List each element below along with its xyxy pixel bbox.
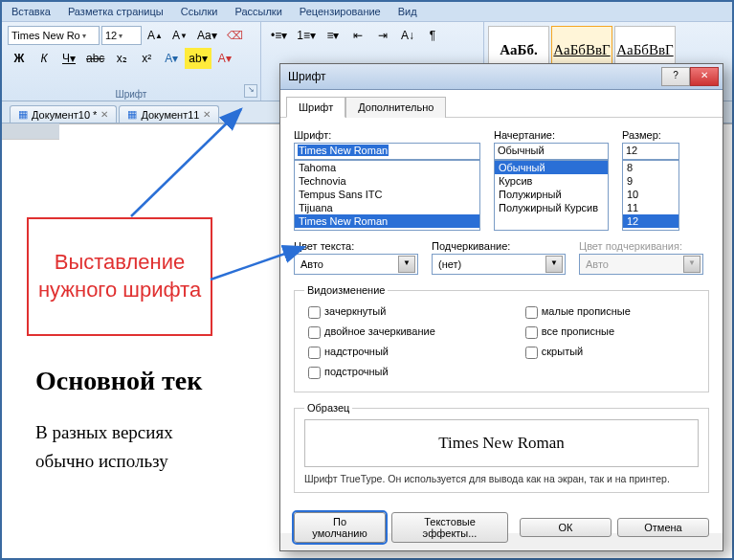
- dialog-tab-font[interactable]: Шрифт: [286, 97, 345, 118]
- font-size-combo[interactable]: 12▾: [101, 26, 142, 45]
- doc-tab-1-close-icon[interactable]: ✕: [100, 109, 108, 120]
- text-effects-button[interactable]: A▾: [160, 48, 183, 69]
- bullets-button[interactable]: •≡▾: [267, 25, 291, 46]
- effects-legend: Видоизменение: [304, 284, 388, 296]
- size-textbox[interactable]: 12: [622, 143, 679, 160]
- change-case-button[interactable]: Aa▾: [193, 25, 221, 46]
- chk-sub[interactable]: подстрочный: [304, 364, 435, 382]
- ribbon-tabs: Вставка Разметка страницы Ссылки Рассылк…: [2, 2, 732, 22]
- sample-fieldset: Образец Times New Roman Шрифт TrueType. …: [294, 402, 709, 493]
- sample-legend: Образец: [304, 402, 352, 414]
- close-button[interactable]: ✕: [690, 67, 719, 86]
- increase-indent-button[interactable]: ⇥: [371, 25, 394, 46]
- sort-button[interactable]: A↓: [396, 25, 419, 46]
- font-item-times[interactable]: Times New Roman: [295, 214, 479, 228]
- doc-tab-2-close-icon[interactable]: ✕: [203, 109, 211, 120]
- group-label-font: Шрифт: [2, 89, 260, 100]
- highlight-button[interactable]: ab▾: [185, 48, 211, 69]
- show-marks-button[interactable]: ¶: [421, 25, 444, 46]
- label-underline: Подчеркивание:: [432, 240, 566, 252]
- label-font: Шрифт:: [294, 129, 480, 141]
- set-default-button[interactable]: По умолчанию: [294, 512, 386, 543]
- multilevel-button[interactable]: ≡▾: [322, 25, 345, 46]
- word-icon: ▦: [18, 108, 28, 121]
- font-name-combo[interactable]: Times New Ro▾: [8, 26, 100, 45]
- size-item-9[interactable]: 9: [623, 174, 678, 188]
- style-listbox[interactable]: Обычный Курсив Полужирный Полужирный Кур…: [494, 160, 609, 231]
- chk-dstrike[interactable]: двойное зачеркивание: [304, 324, 435, 342]
- clear-format-button[interactable]: ⌫: [223, 25, 247, 46]
- doc-tab-2[interactable]: ▦ Документ11 ✕: [119, 105, 219, 123]
- style-item-italic[interactable]: Курсив: [495, 174, 608, 188]
- font-dialog: Шрифт ? ✕ Шрифт Дополнительно Шрифт: Tim…: [279, 63, 723, 551]
- font-listbox[interactable]: Tahoma Technovia Tempus Sans ITC Tijuana…: [294, 160, 480, 231]
- dialog-titlebar[interactable]: Шрифт ? ✕: [280, 64, 723, 90]
- ribbon-tab-mailings[interactable]: Рассылки: [234, 6, 281, 17]
- shrink-font-button[interactable]: A▼: [168, 25, 191, 46]
- grow-font-button[interactable]: A▲: [144, 25, 167, 46]
- font-item-technovia[interactable]: Technovia: [295, 174, 479, 188]
- decrease-indent-button[interactable]: ⇤: [346, 25, 369, 46]
- cancel-button[interactable]: Отмена: [617, 518, 709, 537]
- effects-fieldset: Видоизменение зачеркнутый двойное зачерк…: [294, 284, 709, 392]
- size-item-10[interactable]: 10: [623, 188, 678, 201]
- underline-dropdown[interactable]: (нет)▼: [432, 254, 566, 275]
- font-color-button[interactable]: A▾: [213, 48, 236, 69]
- doc-tab-1[interactable]: ▦ Документ10 * ✕: [10, 105, 117, 123]
- color-dropdown[interactable]: Авто▼: [294, 254, 418, 275]
- chk-strike[interactable]: зачеркнутый: [304, 303, 435, 322]
- dialog-tab-advanced[interactable]: Дополнительно: [345, 97, 446, 118]
- chk-super[interactable]: надстрочный: [304, 344, 435, 362]
- font-item-tempus[interactable]: Tempus Sans ITC: [295, 188, 479, 201]
- ribbon-tab-layout[interactable]: Разметка страницы: [68, 6, 164, 17]
- font-item-tijuana[interactable]: Tijuana: [295, 201, 479, 214]
- dialog-title: Шрифт: [288, 70, 325, 83]
- style-item-bold[interactable]: Полужирный: [495, 188, 608, 201]
- bold-button[interactable]: Ж: [8, 48, 31, 69]
- superscript-button[interactable]: x²: [135, 48, 158, 69]
- ribbon-tab-review[interactable]: Рецензирование: [300, 6, 381, 17]
- size-item-11[interactable]: 11: [623, 201, 678, 214]
- ribbon-tab-insert[interactable]: Вставка: [11, 6, 51, 17]
- ribbon-tab-references[interactable]: Ссылки: [181, 6, 218, 17]
- annotation-callout: Выставление нужного шрифта: [27, 217, 212, 336]
- text-effects-button[interactable]: Текстовые эффекты...: [391, 512, 508, 543]
- label-size: Размер:: [622, 129, 679, 141]
- sample-preview: Times New Roman: [304, 419, 699, 467]
- style-textbox[interactable]: Обычный: [494, 143, 609, 160]
- doc-body-text: В разных версиях обычно использу: [35, 418, 173, 477]
- size-item-8[interactable]: 8: [623, 161, 678, 174]
- strike-button[interactable]: abc: [82, 48, 108, 69]
- ucolor-dropdown: Авто▼: [579, 254, 703, 275]
- chk-smallcaps[interactable]: малые прописные: [522, 303, 631, 322]
- ok-button[interactable]: ОК: [520, 518, 612, 537]
- underline-button[interactable]: Ч▾: [57, 48, 80, 69]
- style-item-bolditalic[interactable]: Полужирный Курсив: [495, 201, 608, 214]
- font-note: Шрифт TrueType. Он используется для выво…: [304, 473, 699, 484]
- label-style: Начертание:: [494, 129, 609, 141]
- word-icon: ▦: [127, 108, 137, 121]
- doc-tab-1-label: Документ10 *: [32, 109, 97, 121]
- style-item-normal[interactable]: Обычный: [495, 161, 608, 174]
- doc-tab-2-label: Документ11: [141, 109, 199, 121]
- subscript-button[interactable]: x₂: [110, 48, 133, 69]
- chk-allcaps[interactable]: все прописные: [522, 324, 631, 342]
- font-item-tahoma[interactable]: Tahoma: [295, 161, 479, 174]
- label-color: Цвет текста:: [294, 240, 418, 252]
- size-item-12[interactable]: 12: [623, 214, 678, 228]
- font-textbox[interactable]: Times New Roman: [294, 143, 480, 160]
- ribbon-tab-view[interactable]: Вид: [398, 6, 417, 17]
- doc-heading: Основной тек: [35, 366, 202, 396]
- chk-hidden[interactable]: скрытый: [522, 344, 631, 362]
- dialog-tabs: Шрифт Дополнительно: [280, 90, 723, 118]
- italic-button[interactable]: К: [33, 48, 56, 69]
- numbering-button[interactable]: 1≡▾: [293, 25, 320, 46]
- help-button[interactable]: ?: [661, 67, 690, 86]
- font-dialog-launcher[interactable]: ↘: [244, 84, 257, 98]
- size-listbox[interactable]: 8 9 10 11 12: [622, 160, 679, 231]
- label-ucolor: Цвет подчеркивания:: [579, 240, 703, 252]
- ribbon-group-font: Times New Ro▾ 12▾ A▲ A▼ Aa▾ ⌫ Ж К Ч▾ abc…: [2, 22, 261, 101]
